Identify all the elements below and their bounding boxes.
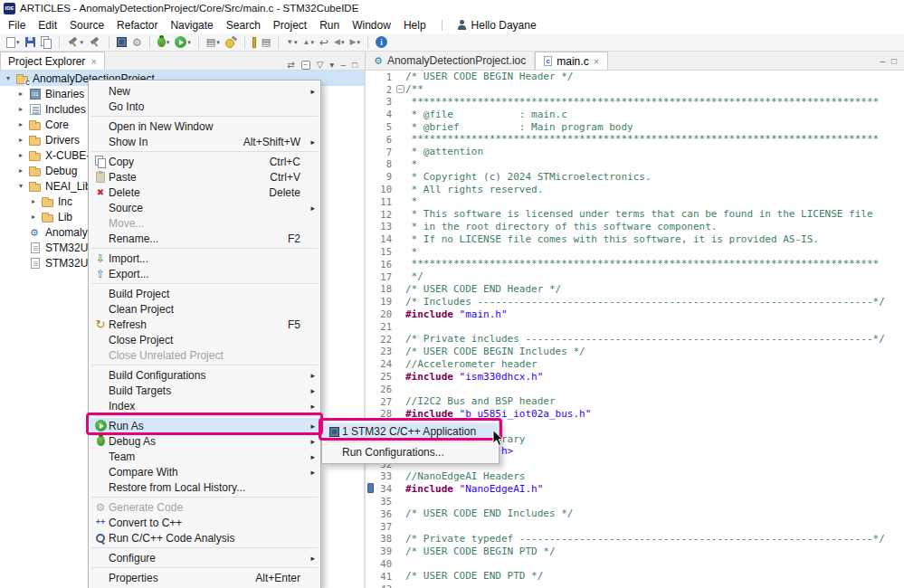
expander-icon[interactable]: ▸ [16,105,25,113]
menu-item-compare-with[interactable]: Compare With▸ [90,464,319,479]
project-explorer-tab[interactable]: Project Explorer × [0,52,105,70]
show-whitespace-button[interactable]: ▤ [260,34,272,51]
menu-separator [91,283,318,284]
code-text: * If no LICENSE file comes with this sof… [405,233,819,245]
menu-window[interactable]: Window [346,18,397,33]
view-menu-icon[interactable]: ▾ [329,61,334,70]
toolbar-separator [278,36,279,49]
submenu-item-1-stm32-c-c-application[interactable]: 1 STM32 C/C++ Application [323,423,498,440]
debug-button[interactable]: ▾ [156,34,172,51]
fold-toggle-icon[interactable]: − [396,85,404,93]
menu-item-source[interactable]: Source▸ [90,200,319,215]
line-annotation-ruler [367,395,374,408]
minimize-icon[interactable]: – [880,56,885,66]
menu-item-convert-to-c[interactable]: ++Convert to C++ [90,515,319,530]
menu-item-new[interactable]: New▸ [90,83,319,99]
minimize-icon[interactable]: – [340,61,346,70]
menu-run[interactable]: Run [313,18,346,33]
generate-code-button[interactable]: ⚙ [130,34,144,51]
menu-item-index[interactable]: Index▸ [90,398,319,413]
menu-file[interactable]: File [2,18,32,33]
menu-item-open-in-new-window[interactable]: Open in New Window [90,119,319,134]
maximize-icon[interactable]: □ [891,56,897,66]
editor-tab-anomalydetectionproject-ioc[interactable]: ⚙AnomalyDetectionProject.ioc [366,52,535,70]
menu-help[interactable]: Help [397,18,433,33]
back-button[interactable]: ◀▾ [332,34,346,51]
toggle-block-selection-button[interactable] [251,34,258,51]
menu-project[interactable]: Project [267,18,313,33]
code-line-33: 33//NanoEdgeAI Headers [367,470,904,483]
next-annotation-button[interactable]: ▼▾ [284,34,299,51]
expander-icon[interactable]: ▸ [29,213,38,221]
menu-item-go-into[interactable]: Go Into [90,99,319,114]
menu-item-build-configurations[interactable]: Build Configurations▸ [90,367,319,383]
menu-navigate[interactable]: Navigate [164,18,219,33]
save-icon [25,37,35,47]
menu-item-export[interactable]: ⇧Export... [90,266,319,281]
menu-item-delete[interactable]: ✖DeleteDelete [90,185,319,200]
menu-item-clean-project[interactable]: Clean Project [90,301,319,317]
info-button[interactable]: i [374,34,389,51]
save-button[interactable] [24,34,37,51]
menu-item-paste[interactable]: PasteCtrl+V [90,169,319,185]
menu-item-run-c-c-code-analysis[interactable]: Run C/C++ Code Analysis [90,530,319,545]
save-all-button[interactable] [39,34,53,51]
menu-item-refresh[interactable]: ↻RefreshF5 [90,317,319,332]
generate-code-icon: ⚙ [132,37,142,48]
user-menu[interactable]: Hello Dayane [457,19,537,32]
menu-edit[interactable]: Edit [32,18,63,33]
new-c-project-button[interactable]: ▾ [5,34,22,51]
expander-icon[interactable]: ▸ [29,197,38,205]
build-all-button[interactable] [87,34,103,51]
expander-icon[interactable]: ▸ [16,166,25,175]
menu-item-show-in[interactable]: Show InAlt+Shift+W▸ [90,134,319,149]
run-button[interactable]: ▾ [173,34,193,51]
search-button[interactable] [224,34,239,51]
expander-icon[interactable]: ▸ [16,120,25,128]
menu-item-configure[interactable]: Configure▸ [90,550,319,565]
expander-icon[interactable]: ▸ [16,136,25,144]
build-button[interactable]: ▾ [65,34,86,51]
editor[interactable]: 1/* USER CODE BEGIN Header */2−/**3 ****… [367,71,904,588]
close-icon[interactable]: × [594,56,599,67]
code-area[interactable]: 1/* USER CODE BEGIN Header */2−/**3 ****… [367,71,904,588]
project-explorer-tab-label: Project Explorer [8,55,85,68]
code-text: //I2C2 Bus and BSP header [405,395,556,407]
menu-item-properties[interactable]: PropertiesAlt+Enter [90,570,319,585]
forward-button[interactable]: ▶▾ [348,34,362,51]
menu-item-copy[interactable]: CopyCtrl+C [90,154,319,169]
last-edit-location-button[interactable]: ↩ [318,34,330,51]
submenu-item-run-configurations[interactable]: Run Configurations... [323,444,498,460]
menu-item-build-targets[interactable]: Build Targets▸ [90,383,319,398]
filter-icon[interactable]: ▽ [317,61,324,70]
menu-source[interactable]: Source [63,18,110,33]
menu-item-run-as[interactable]: Run As▸ [90,418,319,433]
explorer-header: Project Explorer × ⇄−▽▾–□ [0,52,366,70]
menu-item-import[interactable]: ⇩Import... [90,251,319,266]
expander-icon[interactable]: ▸ [16,151,25,159]
menu-item-close-project[interactable]: Close Project [90,332,319,347]
link-with-editor-icon[interactable]: ⇄ [287,61,294,70]
dropdown-caret-icon: ▾ [16,39,20,46]
menu-item-build-project[interactable]: Build Project [90,286,319,301]
expander-icon[interactable]: ▸ [16,90,25,98]
new-element-button[interactable]: ▤▾ [205,34,222,51]
menu-item-debug-as[interactable]: Debug As▸ [90,433,319,449]
menu-item-restore-from-local-history[interactable]: Restore from Local History... [90,479,319,495]
menu-search[interactable]: Search [220,18,267,33]
expander-icon[interactable]: ▾ [4,74,13,82]
menu-refactor[interactable]: Refactor [110,18,164,33]
gear-icon: ⚙ [96,502,106,513]
previous-annotation-button[interactable]: ▲▾ [301,34,316,51]
editor-tab-main-c[interactable]: cmain.c× [535,52,608,70]
menu-item-rename[interactable]: Rename...F2 [90,231,319,246]
toolbar-separator [367,36,368,49]
close-icon[interactable]: × [90,56,96,67]
menu-item-team[interactable]: Team▸ [90,449,319,464]
collapse-all-icon[interactable]: − [301,61,310,70]
menu-separator [91,415,318,416]
expander-icon[interactable]: ▾ [16,182,25,190]
line-annotation-ruler [367,146,374,158]
device-configuration-button[interactable] [115,34,128,51]
maximize-icon[interactable]: □ [352,61,357,70]
